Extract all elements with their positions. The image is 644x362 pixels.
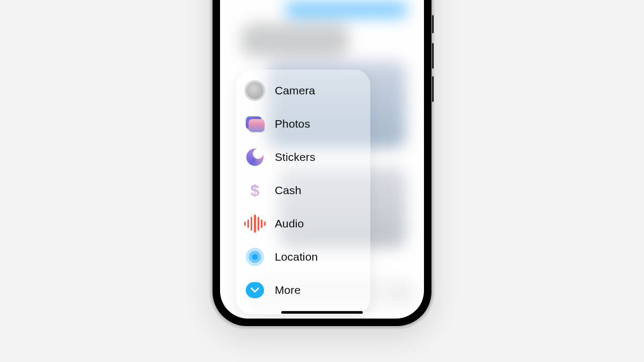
menu-item-more[interactable]: More <box>241 274 365 307</box>
chevron-down-icon <box>245 280 265 300</box>
menu-item-label: Stickers <box>275 151 315 164</box>
cash-icon: $ <box>245 180 265 201</box>
menu-item-label: More <box>275 284 301 297</box>
stage: Camera Photos Stickers $ <box>0 0 644 362</box>
phone-side-button <box>432 76 434 102</box>
menu-item-label: Location <box>275 250 318 263</box>
menu-item-label: Camera <box>275 84 315 97</box>
menu-item-photos[interactable]: Photos <box>241 107 365 141</box>
phone-frame: Camera Photos Stickers $ <box>213 0 431 326</box>
menu-item-label: Photos <box>275 117 310 130</box>
menu-item-camera[interactable]: Camera <box>241 74 365 107</box>
menu-item-audio[interactable]: Audio <box>241 207 365 240</box>
attachment-menu: Camera Photos Stickers $ <box>236 70 370 314</box>
home-indicator <box>281 311 363 314</box>
stickers-icon <box>245 147 265 167</box>
audio-waveform-icon <box>245 213 265 234</box>
camera-icon <box>245 80 265 101</box>
phone-side-button <box>432 43 434 69</box>
location-icon <box>245 247 265 267</box>
menu-item-stickers[interactable]: Stickers <box>241 141 365 174</box>
photos-icon <box>245 114 265 134</box>
menu-item-label: Cash <box>275 184 301 197</box>
menu-item-cash[interactable]: $ Cash <box>241 174 365 207</box>
phone-screen: Camera Photos Stickers $ <box>220 0 424 319</box>
phone-side-button <box>432 15 434 33</box>
menu-item-location[interactable]: Location <box>241 240 365 274</box>
menu-item-label: Audio <box>275 217 304 230</box>
